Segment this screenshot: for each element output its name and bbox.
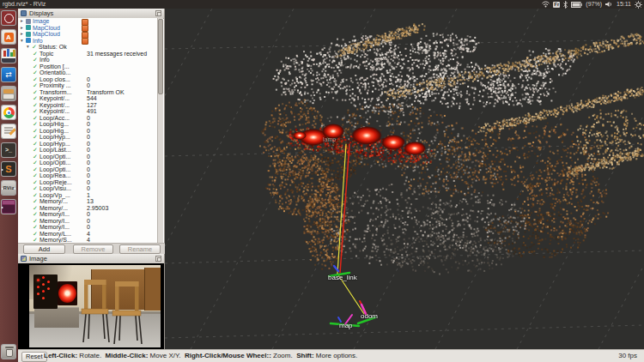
volume-icon[interactable] — [605, 1, 613, 8]
status-ok-icon: ✓ — [32, 44, 39, 51]
bluetooth-icon[interactable] — [563, 1, 568, 9]
launcher-icon-ubuntu-dash[interactable] — [1, 10, 16, 26]
camera-image-view — [18, 263, 164, 349]
status-row[interactable]: ✓Loop/Acc...0 — [18, 115, 158, 122]
status-row[interactable]: ✓Loop/Reje...0 — [18, 179, 158, 186]
status-value: 1 — [87, 192, 90, 199]
status-row[interactable]: ✓Memory/...13 — [18, 198, 158, 205]
launcher-icon-stats-app[interactable] — [1, 48, 16, 63]
status-row[interactable]: ✓Position [... — [18, 63, 158, 70]
window-title: rgbd.rviz* - RViz — [3, 0, 46, 9]
status-value: 0 — [87, 147, 90, 154]
keyboard-layout-indicator[interactable]: Fr — [553, 2, 560, 8]
rename-display-button[interactable]: Rename — [119, 244, 161, 254]
launcher-icon-rviz[interactable]: RViz — [1, 180, 16, 196]
session-gear-icon[interactable] — [635, 1, 642, 9]
check-icon: ✓ — [33, 76, 39, 83]
status-row[interactable]: ✓Memory/S...4 — [18, 237, 158, 243]
status-row[interactable]: ✓Keypoint/...491 — [18, 108, 158, 115]
status-row[interactable]: ✓Loop/Visu...0 — [18, 185, 158, 192]
tf-label-base-link: base_link — [328, 275, 357, 281]
check-icon: ✓ — [33, 115, 39, 122]
status-row[interactable]: ✓Loop/Hig...0 — [18, 121, 158, 128]
status-row[interactable]: ✓Loop/Rea...0 — [18, 172, 158, 179]
status-row[interactable]: ✓Loop clos...0 — [18, 76, 158, 83]
network-wifi-icon[interactable] — [542, 1, 550, 8]
add-display-button[interactable]: Add — [23, 244, 65, 254]
launcher-icon-terminal-app[interactable] — [1, 199, 16, 214]
status-value: 0 — [87, 154, 90, 160]
3d-viewport[interactable]: lamp base_link odom map — [165, 9, 644, 349]
status-row[interactable]: ✓Loop/Hyp...0 — [18, 141, 158, 148]
status-value: 13 — [87, 198, 94, 205]
status-label: Loop/Reje... — [39, 179, 72, 185]
check-icon: ✓ — [33, 198, 39, 205]
check-icon: ✓ — [33, 231, 39, 238]
status-row[interactable]: ✓Memory/I...0 — [18, 218, 158, 225]
status-row[interactable]: ✓Orientatio... — [18, 69, 158, 76]
status-value: 0 — [87, 218, 90, 225]
status-row[interactable]: ✓Loop/Opti...0 — [18, 154, 158, 160]
launcher-icon-chrome-browser[interactable] — [1, 105, 16, 120]
display-row[interactable]: ▸MapCloud — [18, 31, 158, 38]
image-panel: Image — [18, 254, 165, 349]
status-label: Loop/Vp_... — [39, 192, 70, 198]
status-row[interactable]: ✓Transform...Transform OK — [18, 89, 158, 96]
displays-undock-button[interactable] — [155, 10, 161, 16]
launcher-icon-files[interactable] — [1, 86, 16, 101]
launcher-icon-teamviewer[interactable]: ⇄ — [1, 67, 16, 82]
display-row[interactable]: ▾Info — [18, 38, 158, 45]
rviz-window: Displays ▸Image▸MapCloud▸MapCloud▾Info▾✓… — [18, 9, 644, 362]
displays-scrollbar[interactable] — [157, 18, 163, 243]
remove-display-button[interactable]: Remove — [73, 244, 113, 254]
displays-tree[interactable]: ▸Image▸MapCloud▸MapCloud▾Info▾✓Status: O… — [18, 18, 158, 243]
status-value: 0 — [87, 134, 90, 141]
launcher-icon-text-editor[interactable] — [1, 124, 16, 139]
status-value: 127 — [87, 102, 97, 109]
status-row[interactable]: ✓Keypoint/...127 — [18, 102, 158, 109]
clock[interactable]: 15:11 — [617, 0, 631, 9]
status-row[interactable]: ✓Info — [18, 57, 158, 63]
status-row[interactable]: ✓Loop/Opti...0 — [18, 166, 158, 173]
running-indicator — [1, 168, 5, 172]
status-value: 31 messages received — [87, 51, 147, 57]
status-row[interactable]: ✓Proximity ...0 — [18, 82, 158, 89]
display-row[interactable]: ▸MapCloud — [18, 25, 158, 32]
launcher-icon-trash[interactable] — [1, 344, 16, 359]
display-name: Info — [33, 38, 43, 44]
status-label: Topic — [39, 51, 53, 57]
status-row[interactable]: ✓Loop/Hyp...0 — [18, 134, 158, 141]
status-row[interactable]: ✓Memory/L...4 — [18, 231, 158, 238]
launcher-icon-terminal[interactable]: >_ — [1, 142, 16, 158]
status-row[interactable]: ✓Keypoint/...544 — [18, 95, 158, 102]
battery-icon[interactable] — [571, 2, 582, 8]
launcher-icon-ubuntu-software[interactable]: A — [1, 29, 16, 45]
system-tray[interactable]: Fr (97%) 15:11 — [542, 0, 642, 9]
status-row[interactable]: ✓Memory/I...0 — [18, 224, 158, 231]
status-row[interactable]: ✓Memory/I...0 — [18, 211, 158, 218]
status-label: Loop/Hyp... — [39, 134, 70, 140]
status-label: Loop clos... — [39, 76, 70, 82]
status-label: Memory/I... — [39, 224, 70, 230]
scrollbar-thumb[interactable] — [158, 19, 163, 94]
status-value: 0 — [87, 185, 90, 192]
status-row[interactable]: ✓Memory/...2.95003 — [18, 205, 158, 212]
display-row[interactable]: ▸Image — [18, 18, 158, 25]
status-row[interactable]: ✓Loop/Opti...0 — [18, 160, 158, 166]
launcher-icon-sublime-text[interactable]: S — [1, 161, 16, 177]
status-header-label: Status: Ok — [39, 44, 67, 50]
status-row[interactable]: ✓Loop/Vp_...1 — [18, 192, 158, 199]
image-undock-button[interactable] — [155, 256, 161, 262]
battery-percent: (97%) — [586, 0, 602, 9]
status-value: 0 — [87, 82, 90, 89]
status-row[interactable]: ✓Topic31 messages received — [18, 51, 158, 57]
status-header-row[interactable]: ▾✓Status: Ok — [18, 44, 158, 51]
check-icon: ✓ — [33, 237, 39, 243]
status-label: Info — [39, 57, 50, 63]
pointcloud-canvas[interactable] — [165, 9, 644, 349]
check-icon: ✓ — [33, 89, 39, 96]
status-value: 4 — [87, 237, 90, 243]
status-row[interactable]: ✓Loop/Last...0 — [18, 147, 158, 154]
status-row[interactable]: ✓Loop/Hig...0 — [18, 128, 158, 135]
status-label: Loop/Hig... — [39, 121, 69, 127]
